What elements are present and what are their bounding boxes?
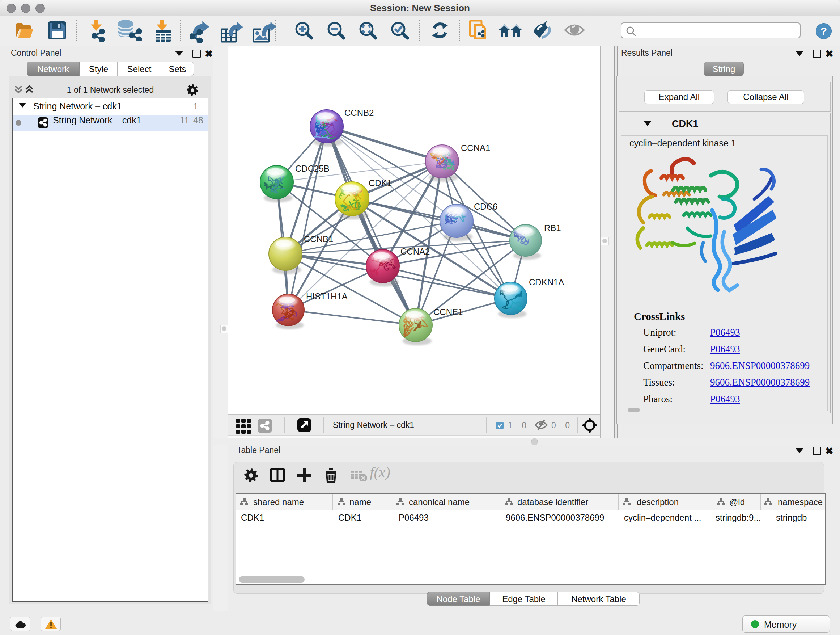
svg-text:CDC25B: CDC25B [295, 164, 330, 173]
svg-text:CCNE1: CCNE1 [433, 307, 463, 317]
svg-text:CCNB1: CCNB1 [304, 234, 333, 244]
svg-text:HIST1H1A: HIST1H1A [306, 291, 347, 301]
svg-text:CCNA2: CCNA2 [401, 247, 430, 256]
svg-text:CCNA1: CCNA1 [461, 143, 490, 153]
svg-text:RB1: RB1 [544, 223, 561, 233]
svg-text:CCNB2: CCNB2 [344, 108, 374, 118]
svg-text:CDK1: CDK1 [369, 178, 392, 188]
svg-text:CDKN1A: CDKN1A [529, 277, 564, 287]
svg-text:CDC6: CDC6 [474, 202, 497, 211]
